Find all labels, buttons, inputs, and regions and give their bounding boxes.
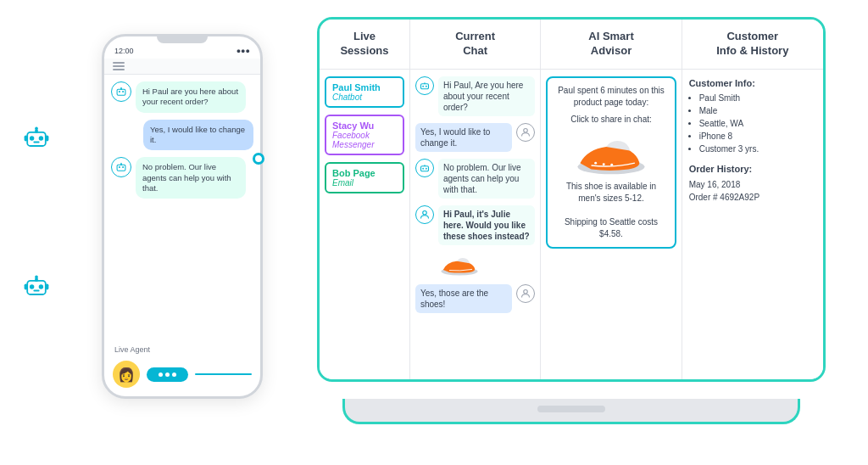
svg-rect-31 (420, 166, 428, 171)
ai-shoe-image (573, 131, 649, 177)
chat-msg-2: Yes, I would like to change it. (415, 123, 535, 152)
chat-agent-icon-4 (415, 205, 434, 224)
phone-header (104, 59, 260, 75)
phone-notch (157, 36, 208, 43)
typing-dot-1 (159, 373, 163, 377)
ai-main-text: Paul spent 6 minutes on this product pag… (554, 85, 667, 109)
chat-user-icon-5 (516, 284, 535, 303)
ai-advisor-panel: Paul spent 6 minutes on this product pag… (541, 70, 682, 379)
svg-point-2 (39, 136, 43, 140)
svg-point-40 (603, 163, 605, 165)
robot-icon-bottom (21, 272, 52, 302)
scene: 12:00 ●●● (0, 0, 868, 465)
svg-rect-7 (46, 135, 49, 141)
svg-point-25 (120, 163, 121, 164)
svg-point-10 (39, 284, 43, 289)
bot-avatar-1 (111, 81, 131, 102)
current-chat-panel: Hi Paul, Are you here about your recent … (410, 70, 541, 379)
phone-msg-text-1: Hi Paul are you here about your recent o… (136, 81, 246, 113)
svg-rect-14 (25, 283, 28, 289)
customer-name: Paul Smith (699, 92, 816, 104)
phone-status-bar: 12:00 ●●● (104, 43, 260, 59)
hamburger-icon (113, 62, 125, 70)
customer-device: iPhone 8 (699, 130, 816, 143)
svg-point-33 (426, 168, 427, 170)
phone-chat-area: Hi Paul are you here about your recent o… (104, 75, 260, 338)
session-bob[interactable]: Bob Page Email (325, 162, 404, 193)
col-header-ai: AI SmartAdvisor (541, 20, 682, 69)
phone-mockup: 12:00 ●●● (102, 34, 263, 399)
chat-user-icon-2 (516, 123, 535, 142)
connector-dot (253, 153, 264, 165)
svg-rect-26 (420, 84, 428, 89)
phone-message-2: Yes, I would like to change it. (111, 120, 253, 151)
svg-point-28 (426, 86, 427, 87)
svg-point-18 (122, 91, 124, 92)
svg-point-23 (122, 166, 124, 168)
chat-bot-icon-1 (415, 76, 434, 95)
svg-point-30 (524, 128, 528, 132)
chat-msg-1: Hi Paul, Are you here about your recent … (415, 76, 535, 116)
agent-label: Live Agent (114, 345, 150, 354)
chat-msg-5: Yes, those are the shoes! (415, 284, 535, 313)
order-number: Order # 4692A92P (689, 191, 816, 204)
svg-point-35 (423, 210, 427, 215)
session-paul-name: Paul Smith (332, 82, 397, 92)
svg-point-41 (610, 164, 613, 166)
phone-signal: ●●● (236, 47, 250, 55)
phone-bottom-bar: 👩 (104, 361, 260, 388)
customer-info-panel: Customer Info: Paul Smith Male Seattle, … (682, 70, 823, 379)
col-header-info: CustomerInfo & History (682, 20, 823, 69)
robot-icon-top (21, 123, 52, 154)
session-paul[interactable]: Paul Smith Chatbot (325, 76, 404, 108)
phone-time: 12:00 (114, 47, 134, 55)
svg-rect-34 (424, 165, 425, 166)
chat-bubble-5: Yes, those are the shoes! (415, 284, 512, 313)
svg-point-20 (120, 87, 121, 88)
svg-point-22 (119, 166, 120, 168)
ai-bottom-text1: This shoe is available in men's sizes 5-… (554, 181, 667, 204)
customer-location: Seattle, WA (699, 117, 816, 130)
laptop-mockup: LiveSessions CurrentChat AI SmartAdvisor… (317, 17, 843, 424)
col-header-chat: CurrentChat (410, 20, 541, 69)
svg-point-32 (422, 168, 424, 170)
svg-rect-16 (117, 89, 125, 95)
chat-bubble-3: No problem. Our live agents can help you… (438, 159, 535, 199)
dashboard: LiveSessions CurrentChat AI SmartAdvisor… (320, 20, 823, 379)
session-stacy-name: Stacy Wu (332, 120, 397, 131)
live-sessions-panel: Paul Smith Chatbot Stacy Wu FacebookMess… (320, 70, 410, 379)
svg-point-1 (30, 136, 34, 140)
agent-avatar: 👩 (113, 361, 140, 388)
dashboard-body: Paul Smith Chatbot Stacy Wu FacebookMess… (320, 70, 823, 379)
typing-dot-2 (165, 373, 170, 377)
svg-rect-15 (46, 283, 49, 289)
chat-shoe-image (438, 252, 481, 277)
svg-point-27 (422, 86, 424, 87)
svg-point-17 (119, 91, 120, 92)
chat-bot-icon-3 (415, 159, 434, 177)
svg-rect-6 (25, 135, 28, 141)
customer-gender: Male (699, 104, 816, 117)
typing-line (195, 373, 252, 375)
laptop-screen: LiveSessions CurrentChat AI SmartAdvisor… (317, 17, 826, 382)
dashboard-header: LiveSessions CurrentChat AI SmartAdvisor… (320, 20, 823, 70)
chat-bubble-2: Yes, I would like to change it. (415, 123, 512, 152)
customer-info-list: Paul Smith Male Seattle, WA iPhone 8 Cus… (689, 92, 816, 155)
session-bob-name: Bob Page (332, 168, 397, 178)
chat-msg-3: No problem. Our live agents can help you… (415, 159, 535, 199)
svg-rect-11 (33, 290, 39, 292)
order-history-title: Order History: (689, 162, 816, 176)
chat-msg-4: Hi Paul, it's Julie here. Would you like… (415, 205, 535, 245)
svg-rect-21 (117, 165, 125, 171)
svg-rect-3 (33, 142, 39, 143)
svg-rect-29 (424, 82, 425, 84)
chat-bubble-1: Hi Paul, Are you here about your recent … (438, 76, 535, 116)
ai-advisor-box: Paul spent 6 minutes on this product pag… (546, 76, 676, 249)
order-date: May 16, 2018 (689, 178, 816, 191)
svg-point-13 (35, 276, 38, 279)
session-bob-channel: Email (332, 178, 397, 188)
col-header-live: LiveSessions (320, 20, 410, 69)
session-stacy[interactable]: Stacy Wu FacebookMessenger (325, 115, 404, 155)
ai-link-text: Click to share in chat: (554, 114, 667, 126)
svg-point-5 (35, 127, 38, 131)
